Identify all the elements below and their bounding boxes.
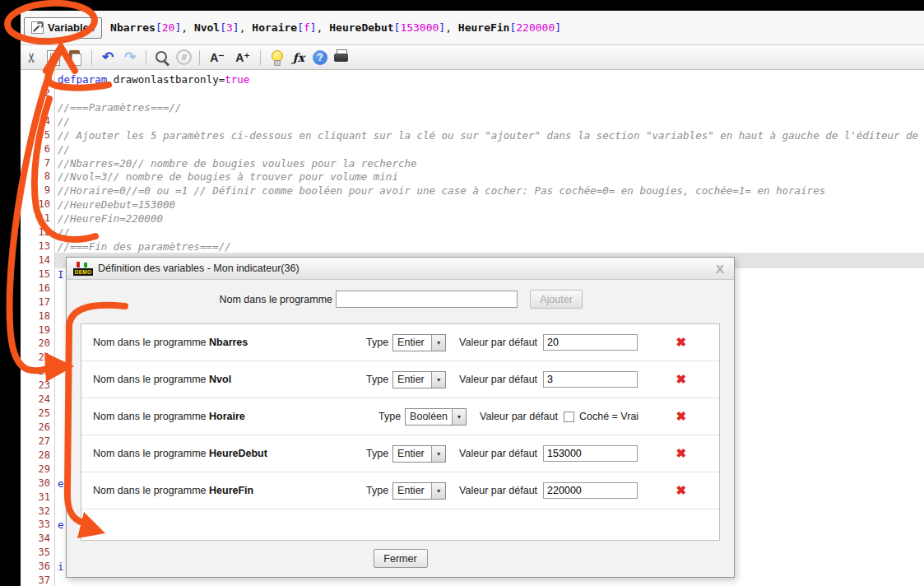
line-number: 20: [21, 337, 50, 351]
line-number: 5: [21, 128, 50, 142]
code-line-8: //Nvol=3// nombre de bougies à trouver p…: [58, 170, 398, 184]
line-number: 18: [21, 309, 50, 323]
function-icon[interactable]: ƒx: [290, 49, 307, 66]
default-value-label: Valeur par défaut: [459, 337, 537, 348]
line-number: 26: [21, 421, 50, 435]
line-number: 13: [21, 240, 50, 253]
add-variable-input[interactable]: [336, 291, 518, 308]
screenshot-left-border: [0, 11, 21, 586]
code-line-7: //Nbarres=20// nombre de bougies voulues…: [58, 156, 417, 170]
variable-name-label: Nom dans le programme Nbarres: [93, 337, 366, 348]
line-number: 35: [21, 546, 50, 560]
line-number: 23: [21, 379, 50, 393]
demo-badge-label: DEMO: [73, 268, 93, 276]
variable-row-Nvol: Nom dans le programme NvolTypeEntier▼Val…: [81, 361, 719, 398]
line-number: 30: [21, 477, 50, 491]
line-number: 37: [21, 574, 50, 586]
chevron-down-icon[interactable]: ▼: [431, 335, 445, 351]
type-label: Type: [366, 485, 388, 496]
default-value-label: Valeur par défaut: [480, 411, 558, 422]
undo-icon[interactable]: ↶: [100, 49, 116, 66]
line-number: 12: [21, 226, 50, 240]
code-line-30: e: [58, 477, 64, 491]
hint-icon[interactable]: [268, 49, 285, 66]
separator-3: [199, 50, 200, 65]
font-increase-icon[interactable]: A⁺: [233, 49, 253, 66]
line-number: 25: [21, 407, 50, 421]
line-number: 15: [21, 267, 50, 281]
wrench-icon: [31, 21, 44, 34]
variable-name-label: Nom dans le programme Nvol: [93, 374, 366, 385]
code-line-13: //===Fin des paramètres===//: [58, 240, 231, 253]
close-icon[interactable]: X: [713, 262, 727, 276]
variables-button[interactable]: Variables: [24, 17, 102, 39]
variable-row-HeureFin: Nom dans le programme HeureFinTypeEntier…: [81, 472, 719, 509]
cut-icon[interactable]: ✂: [23, 49, 39, 66]
chevron-down-icon[interactable]: ▼: [431, 372, 445, 388]
code-line-4: //: [58, 114, 70, 128]
delete-variable-icon[interactable]: ✖: [676, 372, 686, 387]
checkbox-label: Coché = Vrai: [579, 411, 638, 422]
delete-variable-icon[interactable]: ✖: [676, 483, 686, 498]
chevron-down-icon[interactable]: ▼: [431, 446, 445, 462]
code-line-12: //: [58, 226, 70, 240]
line-number: 27: [21, 435, 50, 449]
variable-row-Nbarres: Nom dans le programme NbarresTypeEntier▼…: [81, 324, 719, 361]
chevron-down-icon[interactable]: ▼: [431, 483, 445, 499]
dialog-title: Définition des variables - Mon indicateu…: [98, 263, 299, 274]
code-line-33: e: [58, 518, 64, 532]
delete-variable-icon[interactable]: ✖: [676, 409, 686, 424]
line-number: 21: [21, 351, 50, 365]
default-value-input[interactable]: [543, 445, 638, 462]
search-icon[interactable]: [154, 49, 170, 66]
line-number: 14: [21, 253, 50, 267]
red-candle-icon: [77, 262, 80, 267]
default-value-checkbox[interactable]: [564, 412, 574, 422]
line-number: 24: [21, 393, 50, 407]
code-line-1: defparam drawonlastbaronly=true: [58, 72, 249, 86]
chevron-down-icon[interactable]: ▼: [452, 409, 466, 425]
line-number: 16: [21, 281, 50, 295]
default-value-input[interactable]: [543, 482, 638, 499]
type-select[interactable]: Entier▼: [392, 371, 446, 388]
gutter-separator: [54, 70, 55, 586]
line-number: 36: [21, 560, 50, 574]
type-select[interactable]: Entier▼: [392, 334, 446, 351]
code-line-5: // Ajouter les 5 paramètres ci-dessous e…: [58, 128, 924, 142]
default-value-input[interactable]: [543, 371, 638, 388]
separator-4: [260, 50, 261, 65]
dialog-title-bar[interactable]: DEMO Définition des variables - Mon indi…: [67, 258, 734, 280]
variable-name-label: Nom dans le programme HeureFin: [93, 485, 366, 496]
code-line-15: I: [58, 267, 64, 281]
demo-badge-icon: DEMO: [73, 262, 93, 276]
separator-2: [146, 50, 146, 65]
delete-variable-icon[interactable]: ✖: [676, 335, 686, 350]
delete-variable-icon[interactable]: ✖: [676, 446, 686, 461]
line-number: 34: [21, 532, 50, 546]
copy-icon[interactable]: [45, 49, 62, 66]
type-select[interactable]: Entier▼: [392, 482, 446, 500]
screenshot-top-border: [0, 0, 924, 11]
help-icon[interactable]: ?: [313, 50, 327, 65]
font-decrease-icon[interactable]: A⁻: [207, 49, 227, 66]
line-number: 19: [21, 323, 50, 337]
line-number: 33: [21, 518, 50, 532]
variables-button-label: Variables: [48, 21, 95, 34]
add-variable-button[interactable]: Ajouter: [530, 290, 583, 309]
comment-icon[interactable]: //: [176, 49, 192, 65]
paste-icon[interactable]: [67, 49, 84, 66]
line-number: 29: [21, 463, 50, 477]
close-dialog-button[interactable]: Fermer: [374, 549, 428, 568]
variable-row-Horaire: Nom dans le programme HoraireTypeBooléen…: [81, 398, 719, 435]
add-variable-label: Nom dans le programme: [215, 294, 332, 305]
green-candle-icon: [84, 263, 87, 267]
default-value-input[interactable]: [543, 334, 638, 351]
print-icon[interactable]: [333, 49, 350, 66]
line-number: 10: [21, 198, 50, 212]
type-select[interactable]: Booléen▼: [405, 408, 467, 426]
editor-toolbar: ✂↶↷//A⁻A⁺ƒx?: [21, 45, 924, 70]
type-select[interactable]: Entier▼: [392, 445, 446, 463]
type-label: Type: [366, 337, 388, 348]
redo-icon[interactable]: ↷: [122, 49, 138, 66]
code-line-10: //HeureDebut=153000: [58, 198, 175, 212]
